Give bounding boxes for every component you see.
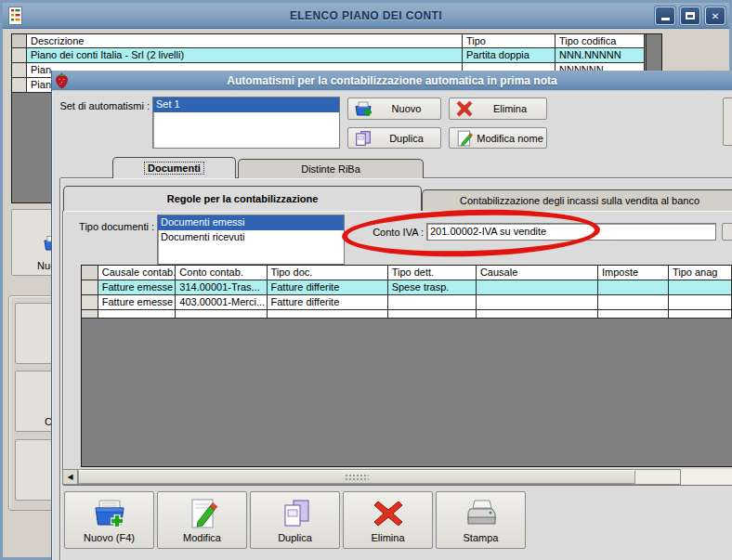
tipo-doc-item-ricevuti[interactable]: Documenti ricevuti — [158, 230, 344, 245]
modifica-label: Modifica — [183, 532, 221, 543]
maximize-button[interactable] — [680, 7, 700, 25]
tab-distinte-label: Distinte RiBa — [301, 163, 360, 175]
clipped-right-button[interactable] — [723, 98, 732, 146]
set-list-item[interactable]: Set 1 — [153, 98, 339, 112]
set-nuovo-button[interactable]: Nuovo — [347, 98, 441, 120]
minimize-button[interactable] — [655, 7, 675, 25]
set-elimina-label: Elimina — [474, 103, 546, 114]
nuovo-f4-button[interactable]: Nuovo (F4) — [64, 491, 154, 549]
close-icon: ✕ — [712, 11, 719, 21]
screen: ELENCO PIANO DEI CONTI ✕ Descrizione Tip… — [0, 0, 732, 560]
set-duplica-button[interactable]: Duplica — [347, 127, 441, 149]
col-descrizione[interactable]: Descrizione — [27, 34, 463, 48]
tab-documenti-label: Documenti — [144, 162, 204, 175]
scrollbar-track-rest[interactable] — [681, 469, 732, 485]
duplica-button[interactable]: Duplica — [250, 491, 340, 549]
elimina-label: Elimina — [371, 532, 404, 543]
nuovo-f4-label: Nuovo (F4) — [84, 532, 135, 543]
col-tipo-doc[interactable]: Tipo doc. — [268, 266, 388, 280]
maximize-icon — [686, 12, 695, 20]
scrollbar-thumb[interactable] — [78, 470, 635, 484]
tipo-documenti-listbox[interactable]: Documenti emessi Documenti ricevuti — [157, 215, 345, 265]
tipo-documenti-label: Tipo documenti : — [74, 221, 154, 232]
grid-row[interactable]: Fatture emesse 314.00001-Tras... Fatture… — [82, 280, 732, 295]
elimina-button[interactable]: Elimina — [343, 491, 433, 549]
col-tipo[interactable]: Tipo — [463, 34, 556, 48]
col-tipo-anag[interactable]: Tipo anag — [669, 266, 732, 280]
row-selector-header — [12, 34, 27, 48]
set-nuovo-label: Nuovo — [373, 103, 440, 114]
col-tipo-codifica[interactable]: Tipo codifica — [556, 34, 645, 48]
tab-regole-contabilizzazione[interactable]: Regole per la contabilizzazione — [63, 186, 422, 211]
window-title: ELENCO PIANO DEI CONTI — [3, 9, 729, 22]
printer-icon — [464, 498, 499, 529]
set-automatismi-listbox[interactable]: Set 1 — [152, 97, 340, 149]
delete-record-icon — [371, 498, 406, 529]
grid-header-row: Causale contab. Conto contab. Tipo doc. … — [82, 266, 732, 280]
new-icon — [354, 100, 373, 117]
col-imposte[interactable]: Imposte — [598, 266, 669, 280]
grid-empty-row — [82, 310, 732, 319]
delete-icon — [455, 100, 474, 117]
tab-contabilizzazione-incassi[interactable]: Contabilizzazione degli incassi sulla ve… — [422, 189, 732, 211]
set-modifica-nome-label: Modifica nome — [474, 133, 546, 144]
dialog-automatismi: Automatismi per la contabilizzazione aut… — [51, 71, 732, 560]
stampa-button[interactable]: Stampa — [436, 491, 526, 549]
col-causale[interactable]: Causale — [477, 266, 598, 280]
scroll-left-arrow[interactable]: ◀ — [63, 470, 78, 484]
modifica-button[interactable]: Modifica — [157, 491, 247, 549]
col-causale-contab[interactable]: Causale contab. — [98, 266, 176, 280]
tab-regole-label: Regole per la contabilizzazione — [167, 193, 319, 204]
grid-row[interactable]: Fatture emesse 403.00001-Merci... Fattur… — [82, 295, 732, 310]
tipo-doc-item-emessi[interactable]: Documenti emessi — [158, 215, 344, 230]
stampa-label: Stampa — [464, 532, 499, 543]
duplicate-record-icon — [278, 498, 313, 529]
tab-distinte-riba[interactable]: Distinte RiBa — [238, 159, 424, 178]
grid-hscrollbar[interactable]: ◀ — [62, 469, 681, 485]
duplica-label: Duplica — [278, 532, 312, 543]
dialog-titlebar[interactable]: Automatismi per la contabilizzazione aut… — [52, 71, 732, 91]
col-tipo-dett[interactable]: Tipo dett. — [388, 266, 477, 280]
dialog-title: Automatismi per la contabilizzazione aut… — [52, 74, 732, 87]
table-header-row: Descrizione Tipo Tipo codifica — [12, 34, 661, 48]
duplicate-icon — [354, 130, 373, 147]
conto-iva-lookup-button[interactable] — [722, 223, 732, 241]
set-duplica-label: Duplica — [373, 133, 440, 144]
new-record-icon — [92, 498, 127, 529]
edit-record-icon — [185, 498, 220, 529]
minimize-icon — [661, 18, 670, 20]
set-elimina-button[interactable]: Elimina — [449, 98, 547, 120]
grid-selector-header — [82, 266, 98, 280]
scrollbar-grip-icon — [345, 474, 369, 480]
set-modifica-nome-button[interactable]: Modifica nome — [449, 127, 547, 149]
regole-grid: Causale contab. Conto contab. Tipo doc. … — [81, 265, 732, 467]
edit-icon — [455, 130, 474, 147]
tab-incassi-label: Contabilizzazione degli incassi sulla ve… — [460, 195, 699, 206]
col-conto-contab[interactable]: Conto contab. — [176, 266, 267, 280]
set-automatismi-label: Set di automatismi : — [59, 100, 150, 111]
window-titlebar[interactable]: ELENCO PIANO DEI CONTI ✕ — [3, 3, 729, 29]
close-button[interactable]: ✕ — [705, 7, 725, 25]
table-row[interactable]: Piano dei conti Italia - Srl (2 livelli)… — [12, 48, 661, 63]
tab-documenti[interactable]: Documenti — [112, 157, 236, 178]
